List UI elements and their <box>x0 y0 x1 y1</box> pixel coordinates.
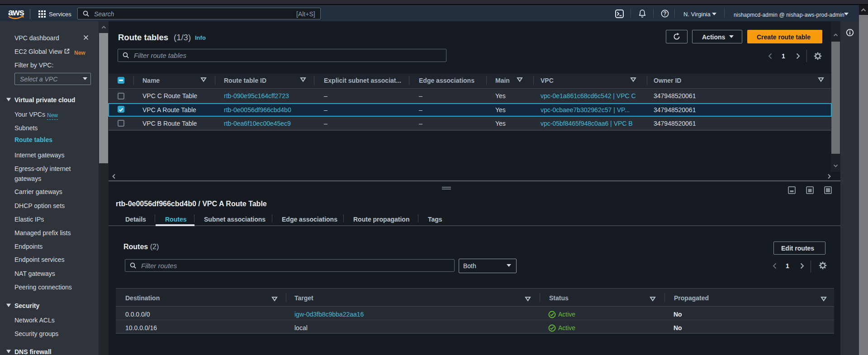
svg-text:aws: aws <box>8 8 24 17</box>
svg-text:?: ? <box>663 10 666 17</box>
